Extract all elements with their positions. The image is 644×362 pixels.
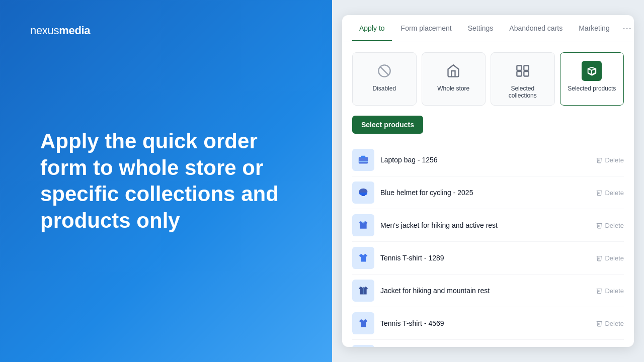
delete-button-3[interactable]: Delete: [596, 222, 624, 229]
logo-text-normal: nexus: [30, 24, 59, 37]
product-name-2: Blue helmet for cycling - 2025: [380, 189, 590, 197]
option-whole-store-label: Whole store: [437, 85, 469, 92]
product-name-1: Laptop bag - 1256: [380, 156, 590, 164]
delete-button-4[interactable]: Delete: [596, 254, 624, 262]
tab-apply-to[interactable]: Apply to: [352, 16, 392, 41]
product-thumb-5: [352, 280, 374, 302]
svg-rect-7: [359, 157, 368, 163]
logo-text-bold: media: [59, 24, 90, 37]
settings-card: Apply to Form placement Settings Abandon…: [342, 15, 634, 347]
table-row: Tennis T-shirt - 1289 Delete: [352, 242, 624, 275]
product-thumb-4: [352, 247, 374, 269]
table-row: Tennis T-shirt - 4569 Delete: [352, 307, 624, 340]
option-selected-products[interactable]: Selected products: [560, 52, 624, 106]
table-row: Blue helmet for cycling - 2025 Delete: [352, 176, 624, 209]
product-thumb-7: [352, 345, 374, 347]
svg-rect-3: [524, 66, 528, 70]
option-selected-collections-label: Selected collections: [496, 85, 549, 99]
logo: nexusmedia: [30, 24, 90, 37]
tab-settings[interactable]: Settings: [461, 16, 501, 41]
table-row: Jacket for hiking and mountain rest Dele…: [352, 275, 624, 307]
hero-text: Apply the quick order form to whole stor…: [40, 128, 292, 234]
right-panel: Apply to Form placement Settings Abandon…: [332, 0, 644, 362]
delete-button-6[interactable]: Delete: [596, 320, 624, 327]
card-body: Disabled Whole store: [342, 42, 634, 347]
left-panel: nexusmedia Apply the quick order form to…: [0, 0, 332, 362]
tab-abandoned-carts[interactable]: Abandoned carts: [502, 16, 570, 41]
product-thumb-2: [352, 182, 374, 204]
svg-rect-12: [362, 195, 365, 196]
more-options-button[interactable]: ···: [619, 15, 634, 42]
option-selected-products-label: Selected products: [568, 85, 616, 92]
svg-rect-8: [361, 156, 365, 158]
product-name-6: Tennis T-shirt - 4569: [380, 319, 590, 327]
table-row: Men's jacket for hiking and active rest …: [352, 209, 624, 242]
option-disabled[interactable]: Disabled: [352, 52, 417, 106]
collections-icon: [513, 61, 533, 81]
svg-rect-5: [524, 71, 528, 76]
products-icon: [582, 61, 602, 81]
option-selected-collections[interactable]: Selected collections: [491, 52, 555, 106]
tab-bar: Apply to Form placement Settings Abandon…: [342, 15, 634, 42]
svg-rect-4: [517, 71, 521, 76]
product-thumb-1: [352, 149, 374, 171]
delete-button-5[interactable]: Delete: [596, 287, 624, 295]
tab-form-placement[interactable]: Form placement: [394, 16, 459, 41]
table-row: Laptop bag - 1256 Delete: [352, 144, 624, 176]
svg-line-1: [380, 67, 388, 75]
disabled-icon: [374, 61, 394, 81]
product-name-4: Tennis T-shirt - 1289: [380, 254, 590, 262]
option-whole-store[interactable]: Whole store: [422, 52, 486, 106]
delete-button-2[interactable]: Delete: [596, 189, 624, 197]
delete-button-1[interactable]: Delete: [596, 156, 624, 164]
product-thumb-3: [352, 214, 374, 236]
tab-marketing[interactable]: Marketing: [572, 16, 616, 41]
product-thumb-6: [352, 312, 374, 334]
svg-rect-2: [517, 66, 521, 70]
table-row: Snowboard - 2580 Delete: [352, 340, 624, 347]
product-name-3: Men's jacket for hiking and active rest: [380, 221, 590, 229]
option-disabled-label: Disabled: [372, 85, 396, 92]
options-grid: Disabled Whole store: [352, 52, 624, 106]
select-products-button[interactable]: Select products: [352, 116, 423, 134]
product-list: Laptop bag - 1256 Delete: [352, 144, 624, 347]
product-name-5: Jacket for hiking and mountain rest: [380, 287, 590, 295]
store-icon: [443, 61, 463, 81]
